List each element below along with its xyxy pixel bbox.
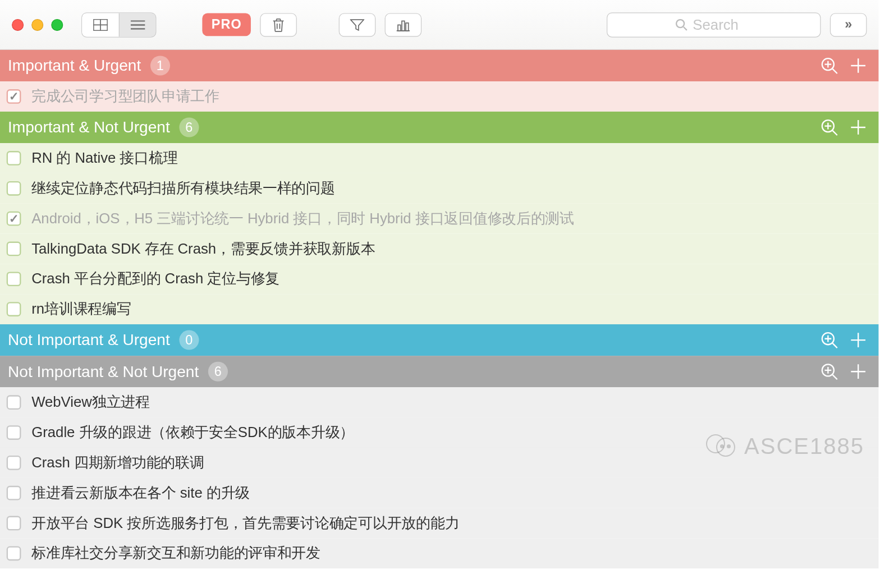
zoom-icon[interactable] <box>817 53 841 78</box>
section-title: Not Important & Urgent <box>8 331 170 350</box>
section-title: Important & Not Urgent <box>8 118 170 137</box>
task-text: WebView独立进程 <box>31 393 150 412</box>
zoom-window-button[interactable] <box>51 19 63 30</box>
task-text: Android，iOS，H5 三端讨论统一 Hybrid 接口，同时 Hybri… <box>31 209 574 228</box>
section-title: Not Important & Not Urgent <box>8 362 199 381</box>
section-header[interactable]: Important & Urgent1 <box>0 50 878 81</box>
task-text: TalkingData SDK 存在 Crash，需要反馈并获取新版本 <box>31 239 375 259</box>
section-count-badge: 1 <box>150 56 170 75</box>
svg-line-15 <box>833 69 837 74</box>
zoom-icon[interactable] <box>817 328 841 352</box>
window-controls <box>12 19 63 30</box>
section-count-badge: 0 <box>179 330 199 350</box>
search-field[interactable] <box>607 12 821 37</box>
more-button[interactable]: » <box>830 13 867 36</box>
task-row[interactable]: Gradle 升级的跟进（依赖于安全SDK的版本升级） <box>0 417 878 448</box>
add-task-icon[interactable] <box>846 115 870 140</box>
task-row[interactable]: 完成公司学习型团队申请工作 <box>0 81 878 112</box>
task-text: RN 的 Native 接口梳理 <box>31 148 177 168</box>
task-checkbox[interactable] <box>7 272 21 286</box>
zoom-icon[interactable] <box>817 115 841 140</box>
task-row[interactable]: 推进看云新版本在各个 site 的升级 <box>0 478 878 508</box>
search-icon <box>676 19 688 30</box>
task-row[interactable]: TalkingData SDK 存在 Crash，需要反馈并获取新版本 <box>0 234 878 264</box>
svg-line-33 <box>833 375 837 379</box>
task-checkbox[interactable] <box>7 89 21 104</box>
task-row[interactable]: 继续定位静态代码扫描所有模块结果一样的问题 <box>0 173 878 204</box>
minimize-window-button[interactable] <box>31 19 43 30</box>
task-row[interactable]: rn培训课程编写 <box>0 294 878 324</box>
task-text: 推进看云新版本在各个 site 的升级 <box>31 483 250 503</box>
svg-line-21 <box>833 131 837 135</box>
svg-line-27 <box>833 343 837 348</box>
task-checkbox[interactable] <box>7 181 21 196</box>
view-mode-segment <box>81 12 156 37</box>
task-row[interactable]: RN 的 Native 接口梳理 <box>0 143 878 173</box>
task-text: 标准库社交分享新交互和新功能的评审和开发 <box>31 544 320 563</box>
section-header[interactable]: Not Important & Urgent0 <box>0 324 878 356</box>
task-checkbox[interactable] <box>7 546 21 561</box>
svg-rect-8 <box>402 21 405 31</box>
task-text: 开放平台 SDK 按所选服务打包，首先需要讨论确定可以开放的能力 <box>31 513 459 533</box>
toolbar: PRO » <box>0 0 878 50</box>
svg-rect-7 <box>398 25 401 31</box>
add-task-icon[interactable] <box>846 359 870 384</box>
svg-rect-9 <box>406 22 409 30</box>
add-task-icon[interactable] <box>846 328 870 352</box>
svg-point-10 <box>676 20 684 27</box>
trash-button[interactable] <box>260 13 297 36</box>
section-title: Important & Urgent <box>8 57 141 75</box>
zoom-icon[interactable] <box>817 359 841 384</box>
search-input[interactable] <box>693 16 751 33</box>
svg-line-11 <box>684 26 687 30</box>
task-checkbox[interactable] <box>7 516 21 531</box>
section-count-badge: 6 <box>179 117 199 137</box>
task-row[interactable]: Crash 四期新增功能的联调 <box>0 448 878 478</box>
filter-button[interactable] <box>339 13 376 36</box>
task-checkbox[interactable] <box>7 242 21 256</box>
task-row[interactable]: Crash 平台分配到的 Crash 定位与修复 <box>0 264 878 294</box>
task-text: 继续定位静态代码扫描所有模块结果一样的问题 <box>31 178 335 198</box>
list-view-button[interactable] <box>119 13 156 36</box>
section-count-badge: 6 <box>208 362 228 382</box>
task-checkbox[interactable] <box>7 302 21 316</box>
sections-container: Important & Urgent1完成公司学习型团队申请工作Importan… <box>0 50 878 568</box>
task-text: Crash 平台分配到的 Crash 定位与修复 <box>31 269 279 289</box>
task-row[interactable]: Android，iOS，H5 三端讨论统一 Hybrid 接口，同时 Hybri… <box>0 204 878 234</box>
task-text: rn培训课程编写 <box>31 300 131 319</box>
task-checkbox[interactable] <box>7 456 21 470</box>
task-checkbox[interactable] <box>7 425 21 440</box>
task-row[interactable]: WebView独立进程 <box>0 387 878 417</box>
section-header[interactable]: Important & Not Urgent6 <box>0 112 878 143</box>
task-checkbox[interactable] <box>7 486 21 500</box>
grid-view-button[interactable] <box>82 13 119 36</box>
task-checkbox[interactable] <box>7 395 21 410</box>
task-checkbox[interactable] <box>7 212 21 226</box>
close-window-button[interactable] <box>12 19 24 30</box>
section-header[interactable]: Not Important & Not Urgent6 <box>0 356 878 387</box>
task-row[interactable]: 开放平台 SDK 按所选服务打包，首先需要讨论确定可以开放的能力 <box>0 508 878 539</box>
task-row[interactable]: 标准库社交分享新交互和新功能的评审和开发 <box>0 538 878 568</box>
task-text: Gradle 升级的跟进（依赖于安全SDK的版本升级） <box>31 422 354 442</box>
pro-badge[interactable]: PRO <box>202 13 251 36</box>
task-text: 完成公司学习型团队申请工作 <box>31 86 219 106</box>
add-task-icon[interactable] <box>846 53 870 78</box>
task-checkbox[interactable] <box>7 151 21 166</box>
chart-button[interactable] <box>385 13 422 36</box>
task-text: Crash 四期新增功能的联调 <box>31 453 204 472</box>
